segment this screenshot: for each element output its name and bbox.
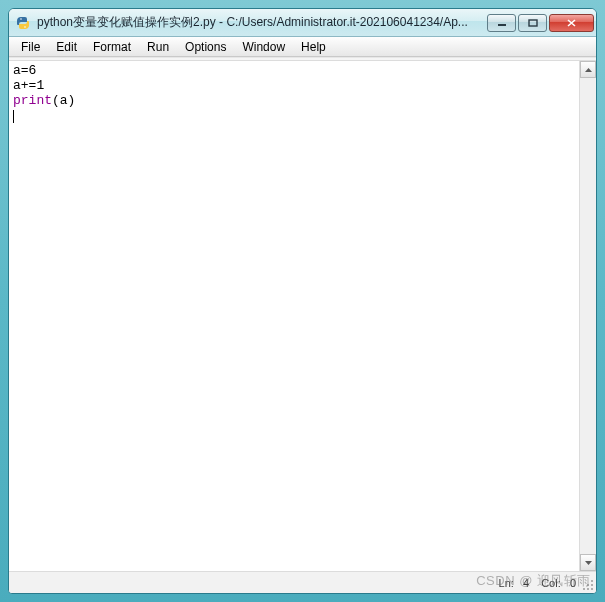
menu-edit[interactable]: Edit xyxy=(48,38,85,56)
ln-label: Ln: xyxy=(499,577,514,589)
editor-area: a=6a+=1print(a) xyxy=(9,61,596,571)
statusbar: Ln: 4 Col: 0 xyxy=(9,571,596,593)
menu-options[interactable]: Options xyxy=(177,38,234,56)
status-col: Col: 0 xyxy=(541,577,576,589)
svg-point-4 xyxy=(591,580,593,582)
menu-format[interactable]: Format xyxy=(85,38,139,56)
resize-grip-icon[interactable] xyxy=(582,579,594,591)
svg-rect-2 xyxy=(498,24,506,26)
minimize-button[interactable] xyxy=(487,14,516,32)
svg-point-6 xyxy=(591,584,593,586)
maximize-button[interactable] xyxy=(518,14,547,32)
python-app-icon xyxy=(15,15,31,31)
idle-editor-window: python变量变化赋值操作实例2.py - C:/Users/Administ… xyxy=(8,8,597,594)
svg-point-1 xyxy=(24,26,26,28)
svg-point-9 xyxy=(591,588,593,590)
svg-rect-3 xyxy=(529,20,537,26)
svg-point-8 xyxy=(587,588,589,590)
scroll-down-arrow-icon[interactable] xyxy=(580,554,596,571)
vertical-scrollbar[interactable] xyxy=(579,61,596,571)
menu-window[interactable]: Window xyxy=(234,38,293,56)
menubar: File Edit Format Run Options Window Help xyxy=(9,37,596,57)
col-label: Col: xyxy=(541,577,561,589)
svg-point-7 xyxy=(583,588,585,590)
menu-file[interactable]: File xyxy=(13,38,48,56)
svg-point-0 xyxy=(20,18,22,20)
ln-value: 4 xyxy=(523,577,529,589)
window-title: python变量变化赋值操作实例2.py - C:/Users/Administ… xyxy=(37,14,487,31)
col-value: 0 xyxy=(570,577,576,589)
scroll-up-arrow-icon[interactable] xyxy=(580,61,596,78)
window-controls xyxy=(487,14,594,32)
menu-run[interactable]: Run xyxy=(139,38,177,56)
titlebar[interactable]: python变量变化赋值操作实例2.py - C:/Users/Administ… xyxy=(9,9,596,37)
close-button[interactable] xyxy=(549,14,594,32)
menu-help[interactable]: Help xyxy=(293,38,334,56)
scroll-track[interactable] xyxy=(580,78,596,554)
svg-point-5 xyxy=(587,584,589,586)
code-editor[interactable]: a=6a+=1print(a) xyxy=(9,61,579,571)
status-line: Ln: 4 xyxy=(499,577,530,589)
